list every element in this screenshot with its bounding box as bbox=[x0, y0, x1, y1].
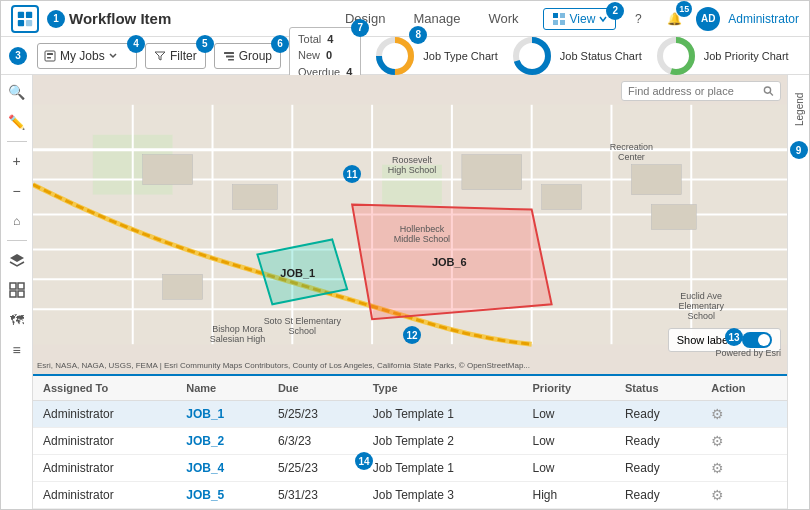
callout-12: 12 bbox=[403, 326, 421, 344]
table-row[interactable]: Administrator JOB_4 5/25/23 Job Template… bbox=[33, 455, 787, 482]
cell-status: Ready bbox=[615, 455, 701, 482]
right-sidebar-icon[interactable]: Legend bbox=[790, 79, 808, 139]
col-action: Action bbox=[701, 376, 787, 401]
svg-rect-23 bbox=[10, 291, 16, 297]
cell-name: JOB_5 bbox=[176, 482, 268, 509]
notifications-button[interactable]: 🔔 15 bbox=[660, 5, 688, 33]
list-icon[interactable]: ≡ bbox=[4, 337, 30, 363]
col-type: Type bbox=[363, 376, 523, 401]
center-area: JOB_1 JOB_6 Roosevelt High School Hollen… bbox=[33, 75, 787, 509]
svg-text:Roosevelt: Roosevelt bbox=[392, 155, 432, 165]
map-container[interactable]: JOB_1 JOB_6 Roosevelt High School Hollen… bbox=[33, 75, 787, 374]
create-sidebar-icon[interactable]: ✏️ bbox=[4, 109, 30, 135]
svg-rect-11 bbox=[224, 52, 234, 54]
svg-rect-48 bbox=[163, 274, 203, 299]
col-due: Due bbox=[268, 376, 363, 401]
cell-action[interactable]: ⚙ bbox=[701, 401, 787, 428]
svg-rect-4 bbox=[553, 13, 558, 18]
action-menu-icon[interactable]: ⚙ bbox=[711, 406, 724, 422]
job-status-chart: Job Status Chart bbox=[510, 34, 642, 78]
table-row[interactable]: Administrator JOB_2 6/3/23 Job Template … bbox=[33, 428, 787, 455]
svg-text:Center: Center bbox=[618, 152, 645, 162]
zoom-out-icon[interactable]: − bbox=[4, 178, 30, 204]
view-button[interactable]: View bbox=[543, 8, 617, 30]
my-jobs-label: My Jobs bbox=[60, 49, 105, 63]
callout-6: 6 bbox=[271, 35, 289, 53]
cell-due: 5/31/23 bbox=[268, 482, 363, 509]
svg-rect-2 bbox=[18, 19, 24, 25]
basemap-icon[interactable]: 🗺 bbox=[4, 307, 30, 333]
table-row[interactable]: Administrator JOB_1 5/25/23 Job Template… bbox=[33, 401, 787, 428]
cell-priority: Low bbox=[523, 455, 615, 482]
cell-action[interactable]: ⚙ bbox=[701, 455, 787, 482]
svg-rect-22 bbox=[18, 283, 24, 289]
cell-assigned-to: Administrator bbox=[33, 428, 176, 455]
svg-text:Hollenbeck: Hollenbeck bbox=[400, 224, 445, 234]
svg-text:Elementary: Elementary bbox=[679, 301, 725, 311]
sidebar-divider-2 bbox=[7, 240, 27, 241]
help-button[interactable]: ? bbox=[624, 5, 652, 33]
svg-rect-47 bbox=[651, 205, 696, 230]
total-label: Total bbox=[298, 31, 321, 48]
job-type-chart: Job Type Chart bbox=[373, 34, 497, 78]
job-priority-chart: Job Priority Chart bbox=[654, 34, 789, 78]
map-search[interactable] bbox=[621, 81, 781, 101]
svg-rect-21 bbox=[10, 283, 16, 289]
cell-due: 5/25/23 bbox=[268, 401, 363, 428]
callout-5: 5 bbox=[196, 35, 214, 53]
callout-8: 8 bbox=[409, 26, 427, 44]
svg-rect-1 bbox=[26, 11, 32, 17]
col-priority: Priority bbox=[523, 376, 615, 401]
svg-rect-9 bbox=[47, 53, 53, 55]
callout-15: 15 bbox=[676, 1, 692, 17]
col-name: Name bbox=[176, 376, 268, 401]
cell-status: Ready bbox=[615, 401, 701, 428]
svg-text:Euclid Ave: Euclid Ave bbox=[680, 291, 722, 301]
user-name: Administrator bbox=[728, 12, 799, 26]
svg-text:High School: High School bbox=[388, 165, 436, 175]
cell-action[interactable]: ⚙ bbox=[701, 482, 787, 509]
cell-type: Job Template 2 bbox=[363, 428, 523, 455]
search-sidebar-icon[interactable]: 🔍 bbox=[4, 79, 30, 105]
zoom-in-icon[interactable]: + bbox=[4, 148, 30, 174]
job-type-chart-label: Job Type Chart bbox=[423, 50, 497, 62]
map-search-input[interactable] bbox=[628, 85, 759, 97]
layers-icon[interactable] bbox=[4, 247, 30, 273]
cell-type: Job Template 3 bbox=[363, 482, 523, 509]
col-status: Status bbox=[615, 376, 701, 401]
cell-action[interactable]: ⚙ bbox=[701, 428, 787, 455]
svg-text:Salesian High: Salesian High bbox=[210, 334, 265, 344]
toggle-knob bbox=[758, 334, 770, 346]
svg-line-67 bbox=[770, 92, 773, 95]
grid-icon[interactable] bbox=[4, 277, 30, 303]
nav-work[interactable]: Work bbox=[484, 3, 522, 34]
svg-point-66 bbox=[765, 87, 771, 93]
action-menu-icon[interactable]: ⚙ bbox=[711, 487, 724, 503]
svg-rect-10 bbox=[47, 57, 51, 59]
job-priority-chart-label: Job Priority Chart bbox=[704, 50, 789, 62]
svg-text:JOB_6: JOB_6 bbox=[432, 256, 467, 268]
search-icon bbox=[763, 85, 774, 97]
my-jobs-dropdown[interactable]: My Jobs bbox=[37, 43, 137, 69]
toggle-switch[interactable] bbox=[742, 332, 772, 348]
job-status-chart-label: Job Status Chart bbox=[560, 50, 642, 62]
svg-rect-7 bbox=[560, 20, 565, 25]
view-btn-wrapper: View 2 bbox=[543, 8, 617, 30]
left-sidebar: 🔍 ✏️ + − ⌂ 🗺 ≡ bbox=[1, 75, 33, 509]
action-menu-icon[interactable]: ⚙ bbox=[711, 460, 724, 476]
svg-rect-5 bbox=[560, 13, 565, 18]
table-row[interactable]: Administrator JOB_5 5/31/23 Job Template… bbox=[33, 482, 787, 509]
map-attribution: Esri, NASA, NAGA, USGS, FEMA | Esri Comm… bbox=[37, 361, 530, 370]
svg-text:School: School bbox=[688, 311, 715, 321]
table-container: Assigned To Name Due Type Priority Statu… bbox=[33, 374, 787, 509]
svg-text:Bishop Mora: Bishop Mora bbox=[212, 324, 262, 334]
svg-rect-43 bbox=[232, 185, 277, 210]
action-menu-icon[interactable]: ⚙ bbox=[711, 433, 724, 449]
svg-text:Soto St Elementary: Soto St Elementary bbox=[264, 316, 342, 326]
home-icon[interactable]: ⌂ bbox=[4, 208, 30, 234]
svg-rect-12 bbox=[226, 55, 234, 57]
callout-13: 13 bbox=[725, 328, 743, 346]
cell-assigned-to: Administrator bbox=[33, 455, 176, 482]
app-logo bbox=[11, 5, 39, 33]
svg-rect-6 bbox=[553, 20, 558, 25]
